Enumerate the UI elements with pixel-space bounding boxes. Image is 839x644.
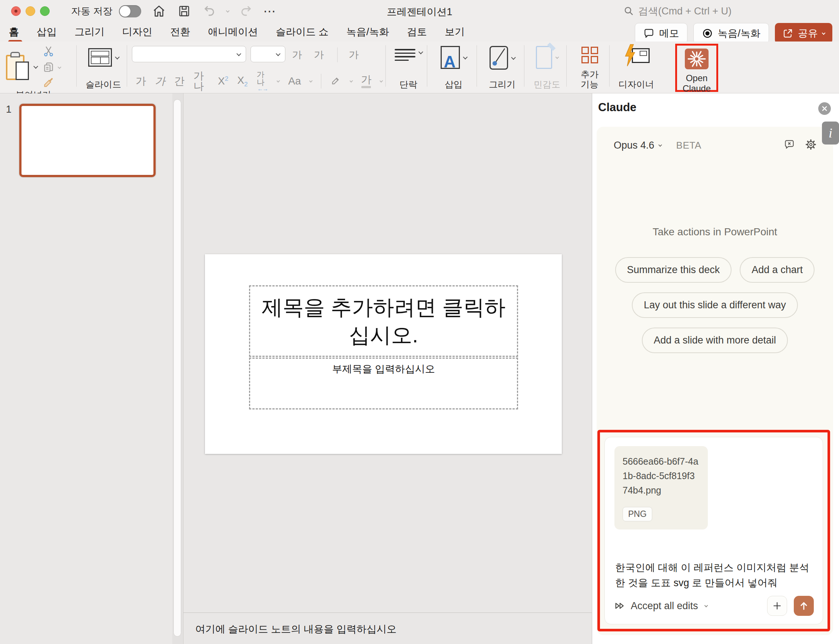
slide-number: 1: [6, 104, 11, 115]
textbox-icon: A: [441, 46, 460, 69]
insert-textbox-button[interactable]: A: [441, 46, 467, 69]
addins-icon[interactable]: [581, 44, 598, 63]
attachment-filename: 5666ea66-b6f7-4a1b-8adc-5cf819f374b4.png: [622, 454, 699, 497]
cut-button[interactable]: [43, 45, 61, 59]
accept-all-edits-button[interactable]: Accept all edits: [614, 600, 708, 612]
minimize-window-button[interactable]: [26, 6, 35, 16]
font-color-button[interactable]: 가: [361, 74, 371, 88]
font-color-chevron-icon[interactable]: [380, 79, 383, 82]
settings-gear-icon[interactable]: [805, 139, 817, 152]
tab-design[interactable]: 디자인: [121, 24, 153, 40]
open-claude-button[interactable]: OpenClaude: [675, 44, 718, 92]
change-case-button[interactable]: Aa: [288, 76, 301, 86]
tab-view[interactable]: 보기: [444, 24, 465, 40]
autosave-toggle[interactable]: [119, 5, 141, 17]
undo-icon[interactable]: [201, 3, 218, 19]
zoom-window-button[interactable]: [40, 6, 50, 16]
draw-icon: [489, 46, 508, 70]
notes-placeholder[interactable]: 여기에 슬라이드 노트의 내용을 입력하십시오: [195, 623, 397, 636]
slide-thumbnail[interactable]: [19, 104, 156, 177]
record-icon: [702, 28, 713, 39]
slides-group: 슬라이드: [83, 44, 124, 91]
save-icon[interactable]: [176, 3, 192, 19]
suggestions-heading: Take actions in PowerPoint: [597, 226, 833, 238]
title-placeholder[interactable]: 제목을 추가하려면 클릭하십시오.: [249, 285, 518, 357]
draw-group: 그리기: [481, 44, 523, 91]
clear-formatting-button[interactable]: 가: [349, 50, 359, 60]
designer-icon[interactable]: [623, 44, 650, 67]
font-name-select[interactable]: [132, 46, 246, 62]
share-button[interactable]: 공유: [775, 23, 832, 44]
clear-conversation-icon[interactable]: [783, 139, 795, 152]
suggestion-summarize[interactable]: Summarize this deck: [615, 257, 732, 283]
info-tab[interactable]: i: [822, 122, 839, 145]
underline-button[interactable]: 간: [174, 76, 185, 86]
redo-icon[interactable]: [238, 3, 254, 19]
tab-animations[interactable]: 애니메이션: [207, 24, 259, 40]
slide-editor: 제목을 추가하려면 클릭하십시오. 부제목을 입력하십시오 여기에 슬라이드 노…: [184, 94, 592, 644]
sensitivity-group: 민감도: [528, 44, 566, 91]
highlight-chevron-icon[interactable]: [350, 79, 353, 82]
title-placeholder-text: 제목을 추가하려면 클릭하십시오.: [250, 294, 517, 348]
comments-label: 메모: [659, 27, 679, 40]
search-field[interactable]: 검색(Cmd + Ctrl + U): [623, 5, 732, 18]
highlight-button[interactable]: [330, 75, 341, 87]
subtitle-placeholder[interactable]: 부제목을 입력하십시오: [249, 358, 518, 409]
claude-composer[interactable]: 5666ea66-b6f7-4a1b-8adc-5cf819f374b4.png…: [604, 437, 823, 624]
more-commands-icon[interactable]: ⋯: [263, 4, 276, 18]
share-icon: [782, 28, 793, 39]
attachment-chip[interactable]: 5666ea66-b6f7-4a1b-8adc-5cf819f374b4.png…: [614, 446, 708, 529]
accept-all-edits-label: Accept all edits: [631, 600, 698, 612]
draw-button[interactable]: [489, 46, 515, 70]
paste-icon: [6, 52, 30, 82]
addins-group: 추가기능: [570, 44, 609, 91]
bold-button[interactable]: 가: [136, 76, 146, 86]
new-slide-button[interactable]: [88, 48, 119, 67]
tab-home[interactable]: 홈: [8, 24, 20, 40]
copy-button[interactable]: [43, 61, 61, 73]
send-button[interactable]: [794, 596, 814, 616]
paste-button[interactable]: [6, 44, 38, 90]
workspace: 1 제목을 추가하려면 클릭하십시오. 부제목을 입력하십시오 여기에 슬라이드…: [0, 94, 839, 644]
strikethrough-button[interactable]: 가나: [194, 71, 209, 92]
add-attachment-button[interactable]: [767, 596, 787, 616]
prompt-text[interactable]: 한국인에 대해 이 레퍼런스 이미지처럼 분석한 것을 도표 svg 로 만들어…: [615, 560, 811, 590]
home-icon[interactable]: [151, 3, 167, 19]
spacing-chevron-icon[interactable]: [276, 79, 280, 82]
plus-icon: [772, 601, 782, 611]
tab-slideshow[interactable]: 슬라이드 쇼: [275, 24, 330, 40]
slide-canvas[interactable]: 제목을 추가하려면 클릭하십시오. 부제목을 입력하십시오: [205, 254, 562, 454]
superscript-button[interactable]: X2: [218, 75, 228, 87]
paragraph-label: 단락: [399, 79, 417, 91]
format-painter-button[interactable]: [43, 76, 61, 90]
shrink-font-button[interactable]: 가: [314, 50, 324, 60]
suggestion-add-chart[interactable]: Add a chart: [740, 257, 814, 283]
scrollbar-thumb[interactable]: [173, 99, 181, 637]
undo-chevron-icon[interactable]: [226, 9, 230, 13]
grow-font-button[interactable]: 가: [292, 50, 302, 60]
tab-drawing[interactable]: 그리기: [74, 24, 105, 40]
open-claude-label: OpenClaude: [683, 73, 711, 94]
italic-button[interactable]: 가: [155, 76, 165, 86]
record-button[interactable]: 녹음/녹화: [693, 23, 769, 44]
claude-composer-highlight: 5666ea66-b6f7-4a1b-8adc-5cf819f374b4.png…: [598, 430, 830, 631]
suggestion-add-slide[interactable]: Add a slide with more detail: [642, 327, 788, 353]
claude-close-button[interactable]: [818, 102, 831, 115]
beta-badge: BETA: [676, 140, 701, 151]
tab-record[interactable]: 녹음/녹화: [346, 24, 390, 40]
paragraph-button[interactable]: [395, 44, 422, 61]
model-selector[interactable]: Opus 4.6: [614, 140, 654, 151]
tab-review[interactable]: 검토: [406, 24, 428, 40]
comments-button[interactable]: 메모: [635, 23, 688, 44]
case-chevron-icon[interactable]: [309, 79, 312, 82]
character-spacing-button[interactable]: 가나←→: [256, 71, 268, 92]
model-chevron-icon[interactable]: [658, 143, 662, 147]
font-size-select[interactable]: [251, 46, 285, 62]
tab-insert[interactable]: 삽입: [36, 24, 57, 40]
tab-transitions[interactable]: 전환: [169, 24, 191, 40]
addins-label: 추가기능: [581, 69, 598, 91]
subscript-button[interactable]: X2: [237, 74, 248, 88]
suggestion-layout[interactable]: Lay out this slide a different way: [632, 292, 798, 318]
thumbnail-scrollbar[interactable]: [172, 94, 183, 644]
close-window-button[interactable]: [11, 6, 21, 16]
